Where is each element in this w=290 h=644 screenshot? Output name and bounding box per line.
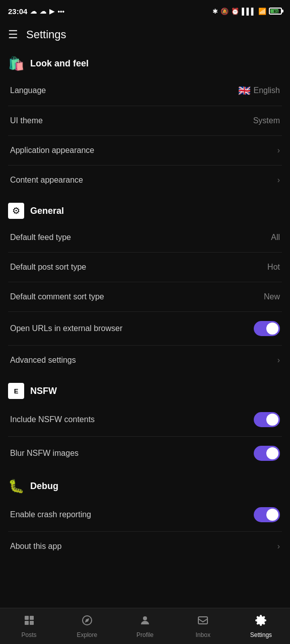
default-comment-sort-label: Default comment sort type bbox=[10, 292, 104, 301]
explore-icon bbox=[81, 614, 93, 629]
page-title: Settings bbox=[26, 28, 66, 41]
wifi-icon: 📶 bbox=[258, 8, 266, 15]
page-header: ☰ Settings bbox=[0, 22, 290, 47]
toggle-thumb bbox=[266, 414, 278, 426]
about-app-label: About this app bbox=[10, 542, 61, 551]
bluetooth-icon: ✱ bbox=[212, 8, 218, 15]
toggle-thumb bbox=[266, 509, 278, 521]
nav-item-inbox[interactable]: Inbox bbox=[174, 610, 232, 642]
look-and-feel-icon: 🛍️ bbox=[8, 55, 24, 71]
default-comment-sort-row[interactable]: Default comment sort type New bbox=[0, 282, 290, 311]
include-nsfw-label: Include NSFW contents bbox=[10, 415, 95, 424]
nsfw-title: NSFW bbox=[30, 386, 57, 396]
include-nsfw-row[interactable]: Include NSFW contents bbox=[0, 403, 290, 436]
default-feed-type-label: Default feed type bbox=[10, 233, 71, 242]
language-row[interactable]: Language 🇬🇧 English bbox=[0, 75, 290, 106]
debug-section-header: 🐛 Debug bbox=[0, 470, 290, 498]
profile-label: Profile bbox=[136, 631, 154, 638]
svg-rect-0 bbox=[25, 616, 29, 620]
svg-rect-2 bbox=[25, 621, 29, 625]
app-appearance-label: Application appearance bbox=[10, 146, 94, 155]
include-nsfw-toggle[interactable] bbox=[254, 412, 280, 427]
advanced-settings-row[interactable]: Advanced settings › bbox=[0, 346, 290, 375]
chevron-icon: › bbox=[277, 542, 280, 551]
default-feed-type-row[interactable]: Default feed type All bbox=[0, 223, 290, 252]
open-urls-label: Open URLs in external browser bbox=[10, 324, 122, 333]
debug-title: Debug bbox=[30, 481, 58, 492]
open-urls-row[interactable]: Open URLs in external browser bbox=[0, 312, 290, 345]
blur-nsfw-row[interactable]: Blur NSFW images bbox=[0, 437, 290, 470]
explore-label: Explore bbox=[77, 631, 97, 638]
toggle-thumb bbox=[266, 323, 278, 335]
content-appearance-label: Content appearance bbox=[10, 176, 83, 185]
flag-icon: 🇬🇧 bbox=[238, 85, 251, 97]
chevron-icon: › bbox=[277, 176, 280, 185]
nav-item-profile[interactable]: Profile bbox=[116, 610, 174, 642]
chevron-icon: › bbox=[277, 146, 280, 155]
svg-rect-1 bbox=[30, 616, 34, 620]
nsfw-section-header: E NSFW bbox=[0, 375, 290, 403]
crash-reporting-toggle[interactable] bbox=[254, 507, 280, 522]
svg-rect-3 bbox=[30, 621, 34, 625]
blur-nsfw-label: Blur NSFW images bbox=[10, 449, 79, 458]
status-icons: ✱ 🔕 ⏰ ▌▌▌ 📶 81 bbox=[212, 8, 282, 15]
nav-item-settings[interactable]: Settings bbox=[232, 610, 290, 642]
menu-icon[interactable]: ☰ bbox=[8, 28, 18, 41]
general-title: General bbox=[30, 206, 64, 216]
look-and-feel-section-header: 🛍️ Look and feel bbox=[0, 47, 290, 75]
svg-marker-5 bbox=[85, 618, 89, 622]
debug-icon: 🐛 bbox=[8, 478, 24, 494]
status-time: 23:04 ☁ ☁ ▶ ••• bbox=[8, 7, 64, 16]
crash-reporting-label: Enable crash reporting bbox=[10, 510, 91, 519]
crash-reporting-row[interactable]: Enable crash reporting bbox=[0, 498, 290, 531]
signal-icon: ▌▌▌ bbox=[242, 8, 256, 15]
posts-icon bbox=[23, 614, 35, 629]
default-post-sort-row[interactable]: Default post sort type Hot bbox=[0, 253, 290, 282]
advanced-settings-label: Advanced settings bbox=[10, 356, 76, 365]
mute-icon: 🔕 bbox=[221, 8, 229, 15]
look-and-feel-title: Look and feel bbox=[30, 58, 89, 69]
profile-icon bbox=[139, 614, 151, 629]
open-urls-toggle[interactable] bbox=[254, 321, 280, 336]
posts-label: Posts bbox=[22, 631, 37, 638]
nav-item-posts[interactable]: Posts bbox=[0, 610, 58, 642]
content-appearance-row[interactable]: Content appearance › bbox=[0, 166, 290, 195]
language-label: Language bbox=[10, 86, 46, 95]
language-value: 🇬🇧 English bbox=[238, 85, 280, 97]
default-post-sort-label: Default post sort type bbox=[10, 263, 86, 272]
settings-content: 🛍️ Look and feel Language 🇬🇧 English UI … bbox=[0, 47, 290, 608]
inbox-icon bbox=[197, 614, 209, 629]
ui-theme-value: System bbox=[253, 116, 280, 125]
settings-nav-label: Settings bbox=[250, 631, 272, 638]
about-app-row[interactable]: About this app › bbox=[0, 532, 290, 561]
default-post-sort-value: Hot bbox=[267, 263, 280, 272]
status-bar: 23:04 ☁ ☁ ▶ ••• ✱ 🔕 ⏰ ▌▌▌ 📶 81 bbox=[0, 0, 290, 22]
inbox-label: Inbox bbox=[196, 631, 210, 638]
nsfw-icon: E bbox=[8, 383, 24, 399]
blur-nsfw-toggle[interactable] bbox=[254, 446, 280, 461]
ui-theme-row[interactable]: UI theme System bbox=[0, 106, 290, 135]
ui-theme-label: UI theme bbox=[10, 116, 43, 125]
settings-icon bbox=[255, 614, 267, 629]
default-comment-sort-value: New bbox=[264, 292, 280, 301]
general-section-header: ⚙ General bbox=[0, 195, 290, 223]
toggle-thumb bbox=[266, 447, 278, 459]
battery-indicator: 81 bbox=[269, 8, 282, 15]
chevron-icon: › bbox=[277, 356, 280, 365]
app-appearance-row[interactable]: Application appearance › bbox=[0, 136, 290, 165]
bottom-navigation: Posts Explore Profile Inbox bbox=[0, 608, 290, 644]
nav-item-explore[interactable]: Explore bbox=[58, 610, 116, 642]
general-icon: ⚙ bbox=[8, 203, 24, 219]
alarm-icon: ⏰ bbox=[231, 8, 239, 15]
default-feed-type-value: All bbox=[271, 233, 280, 242]
svg-point-6 bbox=[143, 616, 147, 620]
